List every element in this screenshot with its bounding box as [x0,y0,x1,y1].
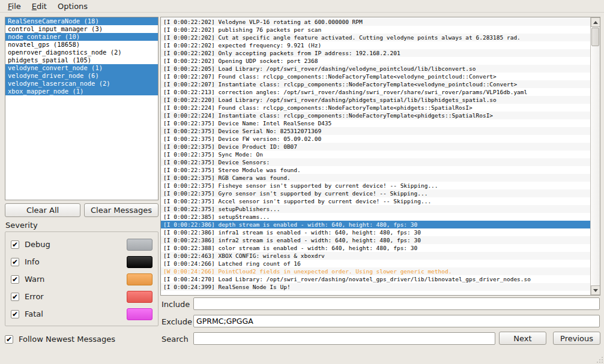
log-row[interactable]: [I 0:00:22:375] Device Serial No: 825312… [161,127,590,135]
follow-newest-checkbox[interactable]: ✔ [5,335,13,344]
log-row[interactable]: [I 0:00:24:270] Load Library: /opt/swri_… [161,275,590,283]
log-row[interactable]: [I 0:00:22:375] setupPublishers... [161,205,590,213]
log-row[interactable]: [I 0:00:22:207] Found class: rclcpp_comp… [161,73,590,80]
warn-label: Warn [25,275,44,284]
log-row[interactable]: [I 0:00:22:220] Load Library: /opt/swri_… [161,96,590,104]
log-row[interactable]: [I 0:00:24:399] RealSense Node Is Up! [161,283,590,291]
node-list-item[interactable]: velodyne_convert_node (1) [5,64,158,72]
log-row[interactable]: [I 0:00:22:213] correction angles: /opt/… [161,88,590,96]
next-button[interactable]: Next [499,332,546,345]
log-row[interactable]: [I 0:00:22:388] color stream is enabled … [161,244,590,252]
log-row[interactable]: [I 0:00:22:375] RGB Camera was found. [161,174,590,182]
error-color-swatch[interactable] [127,291,153,303]
severity-row-fatal: ✔Fatal [11,305,153,323]
fatal-label: Fatal [25,309,43,318]
log-row[interactable]: [I 0:00:22:202] Only accepting packets f… [161,49,590,57]
exclude-label: Exclude [162,317,192,326]
log-row[interactable]: [I 0:00:22:375] Device Product ID: 0B07 [161,143,590,151]
node-list-item[interactable]: node_container (10) [5,33,158,41]
previous-button[interactable]: Previous [553,332,600,345]
info-color-swatch[interactable] [127,256,153,268]
log-row[interactable]: [I 0:00:22:205] Load Library: /opt/swri_… [161,65,590,73]
log-row[interactable]: [I 0:00:22:386] depth stream is enabled … [161,221,590,228]
menu-item-file[interactable]: File [2,1,26,12]
log-row[interactable]: [I 0:00:22:375] Fisheye sensor isn't sup… [161,182,590,189]
search-input[interactable] [193,332,495,345]
log-row[interactable]: [I 0:00:22:463] XBOX CONFIG: wireless & … [161,252,590,260]
log-row[interactable]: [I 0:00:22:386] infra2 stream is enabled… [161,236,590,244]
log-panel: [I 0:00:22:202] Velodyne VLP-16 rotating… [160,17,600,296]
severity-row-info: ✔Info [11,253,153,270]
log-row[interactable]: [I 0:00:22:202] publishing 76 packets pe… [161,26,590,34]
error-checkbox[interactable]: ✔ [11,293,19,301]
clear-messages-button[interactable]: Clear Messages [84,203,159,217]
scrollbar-thumb[interactable] [591,28,599,46]
log-row[interactable]: [W 0:00:24:266] PointCloud2 fields in un… [161,267,590,275]
node-list-item[interactable]: control_input_manager (3) [5,25,158,33]
clear-all-button[interactable]: Clear All [5,203,80,217]
severity-title: Severity [5,221,38,230]
follow-newest-row: ✔ Follow Newest Messages [5,335,115,344]
node-list-item[interactable]: novatel_gps (18658) [5,41,158,49]
scroll-down-icon[interactable] [591,285,600,295]
include-label: Include [162,300,190,309]
fatal-color-swatch[interactable] [127,308,153,320]
severity-groupbox: ✔Debug✔Info✔Warn✔Error✔Fatal [5,231,159,326]
node-list-item[interactable]: RealSenseCameraNode (18) [5,17,158,25]
log-row[interactable]: [I 0:00:22:375] Device FW version: 05.09… [161,135,590,143]
log-row[interactable]: [I 0:00:22:202] Opening UDP socket: port… [161,57,590,65]
log-row[interactable]: [I 0:00:22:224] Instantiate class: rclcp… [161,112,590,119]
log-row[interactable]: [I 0:00:22:375] Accel sensor isn't suppo… [161,197,590,205]
resize-grip[interactable] [597,357,603,363]
error-label: Error [25,292,44,301]
app-window: FileEditOptions RealSenseCameraNode (18)… [0,0,604,364]
log-row[interactable]: [I 0:00:22:224] Found class: rclcpp_comp… [161,104,590,112]
exclude-input[interactable] [193,315,600,327]
log-row[interactable]: [I 0:00:22:386] infra1 stream is enabled… [161,228,590,236]
node-list-item[interactable]: xbox_mapper_node (1) [5,88,158,95]
info-checkbox[interactable]: ✔ [11,258,19,266]
follow-newest-label: Follow Newest Messages [19,335,115,344]
log-row[interactable]: [I 0:00:22:207] Instantiate class: rclcp… [161,80,590,88]
severity-row-warn: ✔Warn [11,270,153,288]
severity-row-debug: ✔Debug [11,236,153,253]
log-row[interactable]: [I 0:00:22:375] Sync Mode: On [161,151,590,158]
log-row[interactable]: [I 0:00:22:202] expected frequency: 9.92… [161,41,590,49]
node-list-item[interactable]: phidgets_spatial (105) [5,56,158,64]
menu-item-edit[interactable]: Edit [26,1,52,12]
severity-row-error: ✔Error [11,288,153,305]
log-row[interactable]: [I 0:00:22:375] Stereo Module was found. [161,166,590,174]
log-row[interactable]: [I 0:00:22:375] Device Sensors: [161,158,590,166]
log-message-list[interactable]: [I 0:00:22:202] Velodyne VLP-16 rotating… [161,18,590,295]
info-label: Info [25,257,40,266]
debug-label: Debug [25,240,50,249]
warn-checkbox[interactable]: ✔ [11,275,19,284]
log-scrollbar[interactable] [590,17,600,295]
debug-checkbox[interactable]: ✔ [11,240,19,249]
warn-color-swatch[interactable] [127,273,153,285]
log-row[interactable]: [I 0:00:22:385] setupStreams... [161,213,590,221]
node-list-item[interactable]: velodyne_laserscan_node (2) [5,80,158,88]
node-list-panel[interactable]: RealSenseCameraNode (18)control_input_ma… [5,17,159,200]
log-row[interactable]: [I 0:00:24:266] Latched ring count of 16 [161,260,590,267]
node-list-item[interactable]: openrover_diagnostics_node (2) [5,49,158,56]
node-list-item[interactable]: velodyne_driver_node (6) [5,72,158,80]
scroll-up-icon[interactable] [591,17,600,27]
menu-item-options[interactable]: Options [52,1,93,12]
debug-color-swatch[interactable] [127,239,153,251]
include-input[interactable] [193,297,600,310]
log-row[interactable]: [I 0:00:22:202] Velodyne VLP-16 rotating… [161,18,590,26]
menubar: FileEditOptions [0,0,604,13]
log-row[interactable]: [I 0:00:22:375] Device Name: Intel RealS… [161,119,590,127]
fatal-checkbox[interactable]: ✔ [11,310,19,318]
log-row[interactable]: [I 0:00:22:375] Gyro sensor isn't suppor… [161,189,590,197]
log-row[interactable]: [I 0:00:22:202] Cut at specific angle fe… [161,34,590,41]
search-label: Search [162,335,189,344]
